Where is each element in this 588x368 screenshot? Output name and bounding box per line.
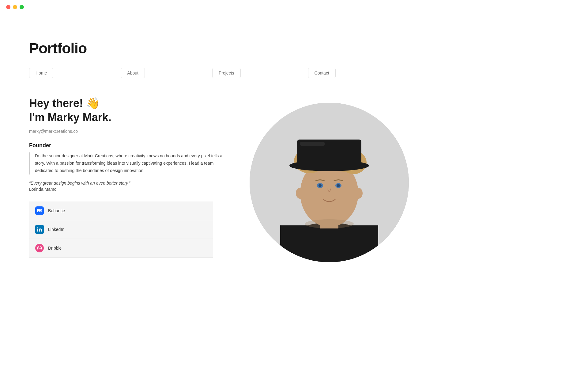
- linkedin-icon: [35, 225, 44, 234]
- page-title: Portfolio: [29, 40, 400, 57]
- svg-point-0: [37, 246, 42, 250]
- right-column: [250, 97, 409, 262]
- nav-home[interactable]: Home: [29, 68, 53, 78]
- svg-rect-5: [280, 225, 378, 262]
- quote-block: “Every great design begins with an even …: [29, 181, 231, 192]
- linkedin-link[interactable]: LinkedIn: [29, 220, 213, 239]
- navigation: Home About Projects Contact: [29, 68, 400, 78]
- behance-label: Behance: [48, 208, 65, 213]
- svg-point-10: [318, 184, 322, 187]
- linkedin-label: LinkedIn: [48, 227, 64, 232]
- behance-link[interactable]: Behance: [29, 201, 213, 220]
- main-container: Portfolio Home About Projects Contact He…: [0, 0, 429, 281]
- quote-text: “Every great design begins with an even …: [29, 181, 231, 186]
- nav-about[interactable]: About: [121, 68, 145, 78]
- svg-rect-25: [300, 142, 325, 146]
- profile-image: [250, 103, 409, 262]
- bio-text: I'm the senior designer at Mark Creation…: [35, 152, 231, 174]
- dribbble-label: Dribble: [48, 246, 62, 251]
- svg-point-26: [296, 188, 304, 199]
- role-title: Founder: [29, 142, 231, 149]
- email-text: marky@markcreations.co: [29, 129, 231, 134]
- bio-block: I'm the senior designer at Mark Creation…: [29, 152, 231, 174]
- behance-icon: [35, 206, 44, 215]
- svg-point-27: [354, 188, 363, 199]
- svg-point-28: [305, 219, 354, 228]
- close-button[interactable]: [6, 5, 10, 9]
- content-layout: Hey there! 👋 I'm Marky Mark. marky@markc…: [29, 97, 400, 262]
- maximize-button[interactable]: [20, 5, 24, 9]
- nav-projects[interactable]: Projects: [212, 68, 241, 78]
- svg-point-11: [337, 184, 340, 187]
- social-links: Behance LinkedIn: [29, 201, 231, 258]
- dribbble-icon: [35, 244, 44, 252]
- greeting-text: Hey there! 👋: [29, 97, 231, 110]
- left-column: Hey there! 👋 I'm Marky Mark. marky@markc…: [29, 97, 231, 258]
- name-text: I'm Marky Mark.: [29, 111, 231, 124]
- dribbble-link[interactable]: Dribble: [29, 239, 213, 258]
- quote-author: Lorinda Mamo: [29, 187, 231, 192]
- minimize-button[interactable]: [13, 5, 17, 9]
- nav-contact[interactable]: Contact: [308, 68, 336, 78]
- titlebar: [0, 0, 588, 14]
